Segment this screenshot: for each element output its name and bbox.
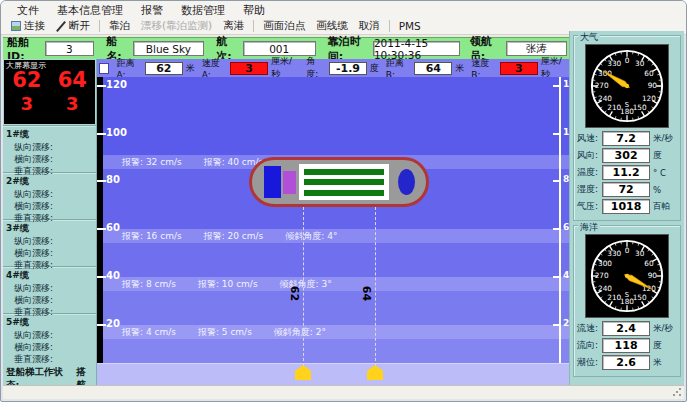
menu-file[interactable]: 文件 <box>9 2 47 19</box>
wind-direction-unit: 度 <box>653 150 677 162</box>
main-left-region: 船舶ID: 3 船名: Blue Sky 航次: 001 靠泊时间: 2011-… <box>3 37 571 389</box>
distance-b-value: 64 <box>414 62 452 75</box>
berth-button[interactable]: 靠泊 <box>105 18 134 34</box>
svg-text:60: 60 <box>644 69 654 78</box>
corner-box[interactable] <box>99 63 109 74</box>
current-direction-label: 流向: <box>577 339 599 352</box>
speed-a-value: 3 <box>230 62 268 75</box>
draw-cable-button[interactable]: 画线缆 <box>312 18 352 34</box>
humidity-row: 湿度: 72 % <box>577 182 677 197</box>
toolbar-separator <box>99 20 100 32</box>
longitudinal-drift-label: 纵向漂移: <box>6 235 96 247</box>
tide-level-unit: 米 <box>653 357 677 369</box>
alarm-band <box>97 339 571 363</box>
distance-b-plot-label: 64 <box>360 286 373 301</box>
axis-label: 80 <box>106 174 120 185</box>
pressure-value: 1018 <box>602 199 650 214</box>
resize-grip[interactable] <box>672 387 682 397</box>
angle-value: -1.9 <box>329 62 367 75</box>
current-direction-value: 118 <box>602 338 650 353</box>
cargo-bar <box>304 169 384 175</box>
ship-shape[interactable] <box>249 157 429 207</box>
current-speed-label: 流速: <box>577 322 599 335</box>
berthing-main: 距离A: 62 米 速度A: 3 厘米/秒 角度: -1.9 度 距离B: 64… <box>97 59 571 389</box>
display-distance-a: 62 <box>12 70 41 91</box>
ocean-groupbox: 海洋 0306090120150180210240270300330 S 流速:… <box>573 225 681 377</box>
wind-direction-gauge: 0306090120150180210240270300330 S <box>585 44 669 128</box>
display-speed-b: 3 <box>66 95 79 113</box>
alarm-band <box>97 291 571 325</box>
ocean-title: 海洋 <box>578 221 600 234</box>
ship-id-field[interactable]: 3 <box>45 41 95 56</box>
ship-name-field[interactable]: Blue Sky <box>133 41 205 56</box>
distance-a-value: 62 <box>145 62 183 75</box>
svg-text:270: 270 <box>595 271 609 280</box>
svg-text:210: 210 <box>607 293 621 302</box>
berthing-plot: 报警: 32 cm/s 报警: 40 cm/s 倾斜角度: 5° 报警: 16 … <box>97 77 571 389</box>
axis-label: 20 <box>106 318 120 329</box>
weather-groupbox: 大气 0306090120150180210240270300330 S 风速:… <box>573 35 681 221</box>
axis-tick <box>553 228 561 230</box>
right-axis <box>559 77 561 363</box>
svg-text:30: 30 <box>635 249 645 258</box>
axis-label: 120 <box>106 79 127 90</box>
axis-tick <box>553 324 561 326</box>
ship-bridge-block <box>264 166 281 198</box>
cable-group-2: 2#缆 纵向漂移: 横向漂移: 垂直漂移: <box>3 173 96 220</box>
cable-group-4: 4#缆 纵向漂移: 横向漂移: 垂直漂移: <box>3 267 96 314</box>
menubar: 文件 基本信息管理 报警 数据管理 帮助 <box>1 1 686 18</box>
drift-monitor-button: 漂移(靠泊监测) <box>137 18 216 34</box>
display-title: 大屏幕显示 <box>6 60 46 71</box>
statusbar <box>3 385 684 399</box>
axis-tick <box>553 180 561 182</box>
toolbar-separator <box>253 20 254 32</box>
axis-tick <box>97 324 106 326</box>
display-distance-b: 64 <box>58 70 87 91</box>
gauge-south-label: S <box>625 291 629 299</box>
pilot-field[interactable]: 张涛 <box>506 41 567 56</box>
menu-help[interactable]: 帮助 <box>235 2 273 19</box>
svg-text:90: 90 <box>648 271 658 280</box>
current-direction-row: 流向: 118 度 <box>577 338 677 353</box>
svg-text:60: 60 <box>644 259 654 268</box>
disconnect-button[interactable]: 断开 <box>52 18 94 34</box>
connect-button[interactable]: 连接 <box>7 18 49 34</box>
lateral-drift-label: 横向漂移: <box>6 153 96 165</box>
left-axis <box>97 77 103 363</box>
draw-berth-points-button[interactable]: 画面泊点 <box>259 18 309 34</box>
axis-tick <box>97 276 106 278</box>
big-screen-display: 大屏幕显示 62 64 3 3 <box>4 60 95 124</box>
axis-tick <box>97 85 106 87</box>
svg-text:240: 240 <box>598 94 612 103</box>
menu-alarm[interactable]: 报警 <box>133 2 171 19</box>
axis-tick <box>553 276 561 278</box>
distance-a-unit: 米 <box>186 62 195 75</box>
measure-strip: 距离A: 62 米 速度A: 3 厘米/秒 角度: -1.9 度 距离B: 64… <box>97 59 571 77</box>
cable-group-title: 1#缆 <box>6 128 96 141</box>
axis-tick <box>97 228 106 230</box>
menu-data-mgmt[interactable]: 数据管理 <box>173 2 233 19</box>
voyage-field[interactable]: 001 <box>243 41 316 56</box>
environment-panel: 大气 0306090120150180210240270300330 S 风速:… <box>569 31 684 387</box>
alarm-speed-a: 报警: 16 cm/s <box>122 230 182 243</box>
ship-cabin-block <box>283 171 296 194</box>
menu-basic-info[interactable]: 基本信息管理 <box>49 2 131 19</box>
alarm-speed-b: 报警: 20 cm/s <box>204 230 264 243</box>
svg-text:210: 210 <box>607 103 621 112</box>
svg-text:330: 330 <box>607 249 621 258</box>
depart-button[interactable]: 离港 <box>219 18 248 34</box>
distance-a-plot-label: 62 <box>288 286 301 301</box>
temperature-unit: ° C <box>653 168 677 178</box>
distance-b-unit: 米 <box>455 62 464 75</box>
toolbar-separator <box>389 20 390 32</box>
berth-time-field[interactable]: 2011-4-15 10:30:36 <box>373 41 460 56</box>
distance-line-b <box>375 207 376 371</box>
svg-text:150: 150 <box>633 103 647 112</box>
alarm-speed-a: 报警: 32 cm/s <box>122 156 182 169</box>
pressure-unit: 百帕 <box>653 201 677 213</box>
display-speed-a: 3 <box>20 95 33 113</box>
cancel-button[interactable]: 取消 <box>355 18 384 34</box>
svg-text:90: 90 <box>648 81 658 90</box>
pms-button[interactable]: PMS <box>395 19 425 33</box>
connect-icon <box>11 21 21 31</box>
